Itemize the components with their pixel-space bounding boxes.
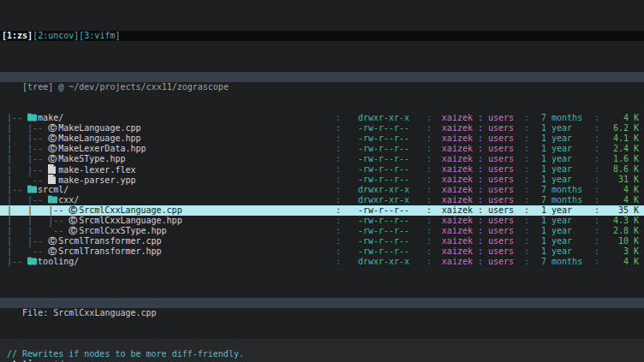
tab-bar: [1:zs] [2:uncov] [3:vifm] xyxy=(0,31,644,41)
separator: : xyxy=(521,123,533,134)
separator: : xyxy=(332,185,344,195)
current-path: [tree] @ ~/dev/projects/cxx11/zograscope xyxy=(22,82,229,92)
file-size: 4.1 K xyxy=(603,134,644,144)
file-row[interactable]: | |-- cxx/:drwxr-xr-x:xaizek : users:7 m… xyxy=(0,195,644,205)
separator: : xyxy=(521,216,533,226)
file-owner-group: xaizek : users xyxy=(435,205,521,216)
preview-file-bar: File: SrcmlCxxLanguage.cpp xyxy=(0,298,644,308)
separator: : xyxy=(591,246,603,257)
separator: : xyxy=(332,195,344,205)
separator: : xyxy=(332,134,344,144)
file-size: 6.2 K xyxy=(603,123,644,134)
file-row[interactable]: | |-- ⒸMakeLexerData.hpp:-rw-r--r--:xaiz… xyxy=(0,144,644,154)
separator: : xyxy=(591,257,603,267)
file-row[interactable]: |-- make/:drwxr-xr-x:xaizek : users:7 mo… xyxy=(0,113,644,123)
file-mtime: 1 year xyxy=(533,134,591,144)
code-line: // Rewrites if nodes to be more diff-fri… xyxy=(7,349,644,359)
file-mtime: 1 year xyxy=(533,205,591,216)
file-attributes: :-rw-r--r--:xaizek : users:1 year:3 K xyxy=(332,246,644,257)
file-attributes: :-rw-r--r--:xaizek : users:1 year:6.2 K xyxy=(332,123,644,134)
cpp-icon: Ⓒ xyxy=(48,123,58,134)
tab-1-zs[interactable]: [1:zs] xyxy=(2,31,33,41)
file-row[interactable]: | `-- make-parser.ypp:-rw-r--r--:xaizek … xyxy=(0,175,644,185)
file-permissions: -rw-r--r-- xyxy=(344,205,423,216)
file-name: SrcmlCxxLanguage.cpp xyxy=(79,205,182,215)
separator: : xyxy=(591,236,603,246)
file-mtime: 7 months xyxy=(533,195,591,205)
file-attributes: :-rw-r--r--:xaizek : users:1 year:31 K xyxy=(332,175,644,185)
file-row[interactable]: | |-- ⒸMakeLanguage.cpp:-rw-r--r--:xaize… xyxy=(0,123,644,134)
file-row[interactable]: | | |-- ⒸSrcmlCxxLanguage.hpp:-rw-r--r--… xyxy=(0,216,644,226)
separator: : xyxy=(332,154,344,164)
file-size: 35 K xyxy=(603,205,644,216)
file-attributes: :-rw-r--r--:xaizek : users:1 year:35 K xyxy=(332,205,644,216)
file-owner-group: xaizek : users xyxy=(435,123,521,134)
tab-2-uncov[interactable]: [2:uncov] xyxy=(33,31,79,41)
code-token: // Rewrites if nodes to be more diff-fri… xyxy=(7,349,244,359)
separator: : xyxy=(332,144,344,154)
separator: : xyxy=(521,195,533,205)
file-row[interactable]: | |-- ⒸSrcmlTransformer.cpp:-rw-r--r--:x… xyxy=(0,236,644,246)
file-permissions: drwxr-xr-x xyxy=(344,185,423,195)
file-attributes: :-rw-r--r--:xaizek : users:1 year:1.6 K xyxy=(332,154,644,164)
file-owner-group: xaizek : users xyxy=(435,113,521,123)
separator: : xyxy=(423,144,435,154)
file-size: 8.6 K xyxy=(603,164,644,175)
separator: : xyxy=(591,154,603,164)
file-name: tooling/ xyxy=(38,257,79,266)
tree-guides: | |-- xyxy=(7,165,48,175)
separator: : xyxy=(521,134,533,144)
file-attributes: :drwxr-xr-x:xaizek : users:7 months:4 K xyxy=(332,195,644,205)
file-name: srcml/ xyxy=(38,185,69,194)
file-owner-group: xaizek : users xyxy=(435,185,521,195)
file-mtime: 1 year xyxy=(533,236,591,246)
separator: : xyxy=(423,236,435,246)
file-row[interactable]: |-- srcml/:drwxr-xr-x:xaizek : users:7 m… xyxy=(0,185,644,195)
file-attributes: :drwxr-xr-x:xaizek : users:7 months:4 K xyxy=(332,113,644,123)
file-size: 3 K xyxy=(603,246,644,257)
separator: : xyxy=(423,164,435,175)
file-row[interactable]: | |-- ⒸMakeSType.hpp:-rw-r--r--:xaizek :… xyxy=(0,154,644,164)
file-permissions: -rw-r--r-- xyxy=(344,123,423,134)
separator: : xyxy=(332,216,344,226)
tab-3-vifm[interactable]: [3:vifm] xyxy=(79,31,120,41)
file-name: MakeLanguage.hpp xyxy=(58,134,140,143)
file-row[interactable]: | | |-- ⒸSrcmlCxxLanguage.cpp:-rw-r--r--… xyxy=(0,205,644,216)
file-permissions: -rw-r--r-- xyxy=(344,144,423,154)
file-permissions: -rw-r--r-- xyxy=(344,216,423,226)
separator: : xyxy=(521,226,533,236)
separator: : xyxy=(332,226,344,236)
file-name: MakeLanguage.cpp xyxy=(58,123,140,133)
cpp-icon: Ⓒ xyxy=(48,246,58,257)
file-row[interactable]: | | `-- ⒸSrcmlCxxSType.hpp:-rw-r--r--:xa… xyxy=(0,226,644,236)
file-permissions: -rw-r--r-- xyxy=(344,164,423,175)
file-row[interactable]: | `-- ⒸSrcmlTransformer.hpp:-rw-r--r--:x… xyxy=(0,246,644,257)
file-name: SrcmlTransformer.hpp xyxy=(58,246,161,256)
tree-guides: |-- xyxy=(7,113,27,122)
file-mtime: 1 year xyxy=(533,226,591,236)
file-row[interactable]: | |-- ⒸMakeLanguage.hpp:-rw-r--r--:xaize… xyxy=(0,134,644,144)
separator: : xyxy=(591,134,603,144)
cpp-icon: Ⓒ xyxy=(48,144,58,154)
folder-icon xyxy=(27,257,38,267)
tree-guides: | `-- xyxy=(7,175,48,185)
file-owner-group: xaizek : users xyxy=(435,175,521,185)
file-mtime: 7 months xyxy=(533,113,591,123)
separator: : xyxy=(423,123,435,134)
separator: : xyxy=(332,113,344,123)
file-owner-group: xaizek : users xyxy=(435,144,521,154)
separator: : xyxy=(423,175,435,185)
file-size: 1.6 K xyxy=(603,154,644,164)
file-row[interactable]: | |-- make-lexer.flex:-rw-r--r--:xaizek … xyxy=(0,164,644,175)
file-mtime: 1 year xyxy=(533,144,591,154)
separator: : xyxy=(591,226,603,236)
separator: : xyxy=(423,246,435,257)
file-name: make-lexer.flex xyxy=(58,165,135,175)
file-row[interactable]: |-- tooling/:drwxr-xr-x:xaizek : users:7… xyxy=(0,257,644,267)
separator: : xyxy=(521,175,533,185)
separator: : xyxy=(423,185,435,195)
file-owner-group: xaizek : users xyxy=(435,195,521,205)
folder-icon xyxy=(27,113,38,123)
file-mtime: 1 year xyxy=(533,175,591,185)
file-size: 31 K xyxy=(603,175,644,185)
